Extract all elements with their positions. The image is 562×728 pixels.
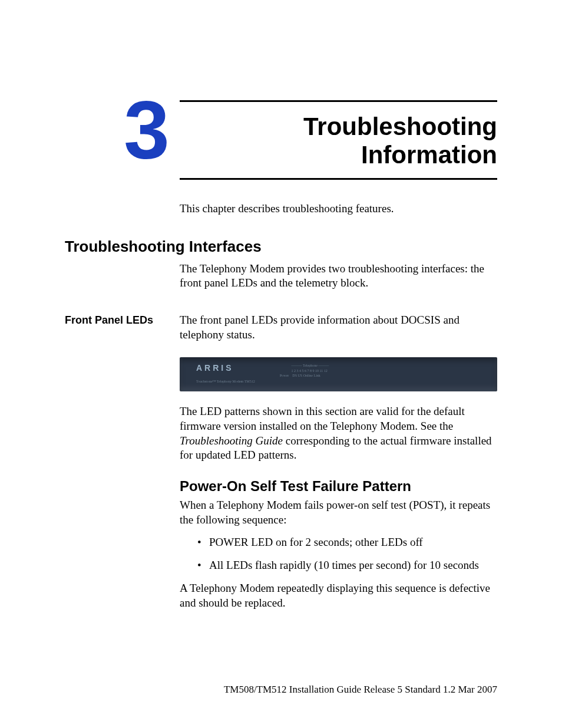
section-body-interfaces: The Telephony Modem provides two trouble…: [180, 262, 497, 291]
subsection-label-empty: [65, 404, 180, 471]
chapter-title-line2: Information: [180, 141, 497, 169]
post-outro: A Telephony Modem repeatedly displaying …: [180, 581, 497, 610]
page-footer: TM508/TM512 Installation Guide Release 5…: [224, 684, 497, 696]
list-item: POWER LED on for 2 seconds; other LEDs o…: [197, 535, 497, 550]
chapter-number: 3: [124, 88, 170, 171]
modem-model-label: Touchstone™ Telephony Modem TM512: [196, 380, 255, 383]
sub-body-post-failure: When a Telephony Modem fails power-on se…: [180, 498, 497, 610]
subsection-intro: The front panel LEDs provide information…: [180, 313, 497, 342]
subsection-label: Front Panel LEDs: [65, 313, 180, 350]
subsection-led-patterns: The LED patterns shown in this section a…: [65, 404, 497, 471]
sub-heading-post-failure: Power-On Self Test Failure Pattern: [180, 478, 497, 495]
chapter-title-line1: Troubleshooting: [180, 113, 497, 141]
modem-led-indicators: ——— Telephone ——— 1 2 3 4 5 6 7 8 9 10 1…: [280, 363, 329, 378]
chapter-title-block: Troubleshooting Information: [180, 100, 497, 180]
chapter-intro: This chapter describes troubleshooting f…: [180, 202, 497, 215]
subsection-body-patterns: The LED patterns shown in this section a…: [180, 404, 497, 471]
post-bullet-list: POWER LED on for 2 seconds; other LEDs o…: [197, 535, 497, 572]
page-content: 3 Troubleshooting Information This chapt…: [0, 0, 562, 728]
modem-brand-label: ARRIS: [196, 363, 234, 373]
modem-front-panel-image: ARRIS Touchstone™ Telephony Modem TM512 …: [180, 357, 497, 391]
led-pattern-paragraph: The LED patterns shown in this section a…: [180, 404, 497, 463]
list-item: All LEDs flash rapidly (10 times per sec…: [197, 558, 497, 573]
chapter-header: 3 Troubleshooting Information: [65, 100, 497, 180]
section-heading-interfaces: Troubleshooting Interfaces: [65, 238, 497, 256]
para2-part1: The LED patterns shown in this section a…: [180, 405, 465, 432]
subsection-front-panel-leds: Front Panel LEDs The front panel LEDs pr…: [65, 313, 497, 350]
para2-italic: Troubleshooting Guide: [180, 434, 283, 447]
subsection-body: The front panel LEDs provide information…: [180, 313, 497, 350]
post-intro: When a Telephony Modem fails power-on se…: [180, 498, 497, 527]
